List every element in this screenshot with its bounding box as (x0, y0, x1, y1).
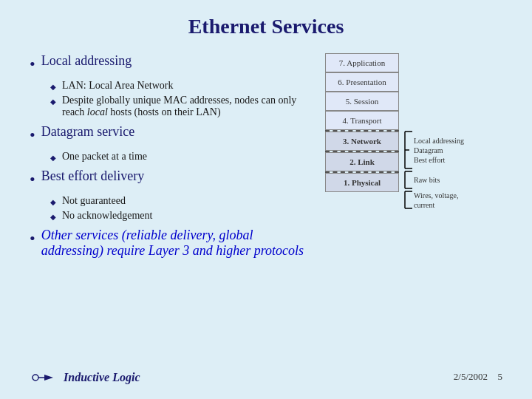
sub-bullets-local: ◆ LAN: Local Area Network ◆ Despite glob… (50, 80, 310, 118)
diamond-icon-3: ◆ (50, 154, 56, 162)
footer-date: 2/5/2002 (454, 371, 488, 383)
sub-mac: ◆ Despite globally unique MAC addresses,… (50, 95, 310, 118)
ann-wires-group: Wires, voltage,current (403, 190, 464, 210)
svg-marker-12 (44, 375, 53, 381)
bullet-datagram-text: Datagram service (41, 124, 134, 140)
diamond-icon-5: ◆ (50, 213, 56, 221)
ann-local-group: Local addressingDatagramBest effort (403, 130, 464, 170)
bullet-other: • Other services (reliable delivery, glo… (30, 228, 310, 259)
svg-point-10 (33, 375, 38, 381)
layer-7: 7. Application (325, 53, 399, 72)
content-area: • Local addressing ◆ LAN: Local Area Net… (30, 53, 502, 265)
layer-6-label: 6. Presentation (338, 78, 386, 86)
spacer-top (403, 53, 464, 130)
layer-1: 1. Physical (325, 173, 399, 192)
logo-text: Inductive Logic (64, 371, 140, 384)
diamond-icon-1: ◆ (50, 83, 56, 91)
sub-packet-text: One packet at a time (62, 151, 147, 163)
layer-1-label: 1. Physical (344, 178, 381, 187)
sub-noack: ◆ No acknowledgement (50, 210, 310, 222)
bullet-local: • Local addressing (30, 53, 310, 74)
sub-notguaranteed-text: Not guaranteed (62, 195, 126, 207)
sub-bullets-best: ◆ Not guaranteed ◆ No acknowledgement (50, 195, 310, 222)
sub-noack-text: No acknowledgement (62, 210, 152, 222)
bullet-dot-2: • (30, 126, 35, 145)
sub-mac-text: Despite globally unique MAC addresses, n… (62, 95, 310, 118)
ann-rawbits-group: Raw bits (403, 170, 464, 190)
slide: Ethernet Services • Local addressing ◆ L… (0, 0, 532, 399)
bullet-dot-1: • (30, 55, 35, 74)
bullet-local-text: Local addressing (41, 53, 132, 69)
layer-5: 5. Session (325, 92, 399, 111)
footer-logo: Inductive Logic (30, 369, 140, 386)
layer-2-label: 2. Link (349, 157, 375, 166)
sub-lan: ◆ LAN: Local Area Network (50, 80, 310, 92)
diamond-icon-2: ◆ (50, 98, 56, 106)
bullet-dot-4: • (30, 229, 35, 248)
sub-lan-text: LAN: Local Area Network (62, 80, 173, 92)
ann-rawbits-text: Raw bits (414, 176, 440, 184)
slide-title: Ethernet Services (30, 15, 502, 38)
osi-annotations: Local addressingDatagramBest effort Raw … (403, 53, 464, 210)
layer-2: 2. Link (325, 152, 399, 171)
bullet-dot-3: • (30, 170, 35, 189)
sub-bullets-datagram: ◆ One packet at a time (50, 151, 310, 163)
footer-page: 5 (498, 371, 503, 383)
sub-packet: ◆ One packet at a time (50, 151, 310, 163)
layer-5-label: 5. Session (346, 97, 379, 106)
layer-7-label: 7. Application (339, 58, 385, 67)
left-content: • Local addressing ◆ LAN: Local Area Net… (30, 53, 310, 265)
layer-4-label: 4. Transport (342, 116, 381, 125)
layer-6: 6. Presentation (325, 72, 399, 92)
ann-local-text: Local addressingDatagramBest effort (414, 136, 464, 165)
bracket-wires (403, 190, 414, 210)
bullet-other-text: Other services (reliable delivery, globa… (41, 228, 310, 259)
layer-4: 4. Transport (325, 111, 399, 130)
layer-3: 3. Network (325, 132, 399, 151)
osi-stack: 7. Application 6. Presentation 5. Sessio… (325, 53, 399, 210)
bullet-datagram: • Datagram service (30, 124, 310, 145)
italic-local: local (87, 106, 108, 117)
layer-3-label: 3. Network (343, 137, 381, 146)
layers-and-annotations: 7. Application 6. Presentation 5. Sessio… (325, 53, 502, 210)
right-panel: 7. Application 6. Presentation 5. Sessio… (325, 53, 502, 265)
diamond-icon-4: ◆ (50, 198, 56, 206)
ann-wires-text: Wires, voltage,current (414, 191, 458, 210)
bullet-best-text: Best effort delivery (41, 168, 145, 184)
logo-icon (30, 369, 59, 386)
bracket-rawbits (403, 170, 414, 190)
bullet-best: • Best effort delivery (30, 168, 310, 189)
bracket-local (403, 130, 414, 170)
sub-notguaranteed: ◆ Not guaranteed (50, 195, 310, 207)
